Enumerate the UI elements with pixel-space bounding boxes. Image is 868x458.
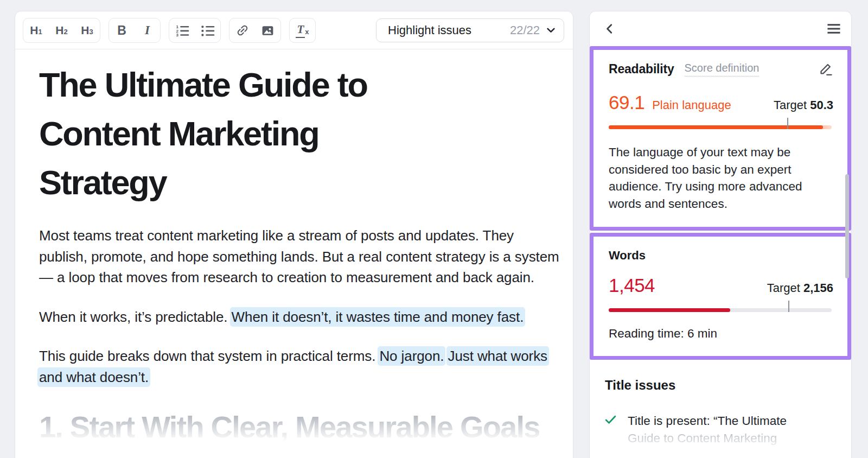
h2-button[interactable]: H2 (49, 18, 74, 42)
hamburger-icon (827, 23, 841, 34)
document-editor[interactable]: The Ultimate Guide toContent MarketingSt… (15, 49, 573, 444)
highlight-issues-label: Highlight issues (388, 23, 471, 37)
assistant-sidebar: Readability Score definition 69.1 Plain … (589, 11, 852, 458)
title-issues-heading: Title issues (605, 378, 835, 393)
chevron-down-icon (547, 28, 555, 33)
readability-progress-bar (609, 125, 832, 129)
title-issue-item: Title is present: “The UltimateGuide to … (605, 412, 835, 447)
link-button[interactable] (229, 18, 255, 42)
link-icon (235, 23, 250, 37)
title-issues-section: Title issues Title is present: “The Ulti… (590, 360, 851, 447)
menu-button[interactable] (827, 23, 841, 34)
readability-card: Readability Score definition 69.1 Plain … (590, 46, 851, 231)
words-card: Words 1,454 Target 2,156 Reading time: 6… (590, 233, 851, 360)
document-paragraph: When it works, it’s predictable. When it… (39, 307, 565, 328)
image-button[interactable] (255, 18, 280, 42)
document-title: The Ultimate Guide toContent MarketingSt… (39, 60, 565, 207)
words-heading: Words (609, 249, 833, 263)
words-progress-bar (609, 308, 832, 312)
bullet-list-icon (201, 24, 215, 37)
h3-button[interactable]: H3 (74, 18, 100, 42)
document-body: Most teams treat content marketing like … (39, 225, 565, 387)
clipped-section-heading: 1. Start With Clear, Measurable Goals (39, 409, 565, 444)
sidebar-header (590, 11, 851, 46)
score-definition-link[interactable]: Score definition (685, 62, 760, 77)
ordered-list-button[interactable]: 123 (169, 18, 195, 42)
pencil-icon (819, 62, 833, 77)
readability-heading: Readability (609, 62, 674, 77)
scrollbar-thumb[interactable] (845, 174, 849, 278)
document-paragraph: Most teams treat content marketing like … (39, 225, 565, 288)
italic-button[interactable]: I (135, 18, 160, 42)
heading-buttons-group: H1 H2 H3 (23, 18, 100, 43)
text-style-group: B I (108, 18, 161, 43)
insert-buttons-group (229, 18, 281, 43)
list-buttons-group: 123 (169, 18, 221, 43)
readability-target-tick (787, 118, 788, 129)
image-icon (261, 24, 275, 37)
h1-button[interactable]: H1 (23, 18, 49, 42)
highlight-issues-count: 22/22 (510, 23, 540, 37)
readability-target: Target 50.3 (774, 98, 833, 112)
readability-progress-fill (609, 125, 823, 129)
issue-highlight: No jargon. (379, 348, 444, 364)
clear-format-group: Tx (289, 18, 316, 43)
chevron-left-icon (604, 23, 616, 35)
clear-formatting-icon: T (296, 23, 305, 38)
readability-description: The language of your text may be conside… (609, 144, 828, 212)
readability-score: 69.1 (609, 92, 644, 113)
edit-target-button[interactable] (819, 62, 833, 77)
readability-score-label: Plain language (652, 98, 731, 112)
reading-time: Reading time: 6 min (609, 327, 833, 341)
words-progress-fill (609, 308, 730, 312)
words-target-tick (788, 301, 789, 312)
bullet-list-button[interactable] (195, 18, 220, 42)
check-icon (605, 412, 616, 447)
clear-formatting-button[interactable]: Tx (290, 18, 315, 42)
ordered-list-icon: 123 (175, 24, 189, 37)
document-paragraph: This guide breaks down that system in pr… (39, 346, 565, 387)
words-target: Target 2,156 (767, 281, 833, 295)
title-issue-text: Title is present: “The UltimateGuide to … (628, 412, 787, 447)
words-count: 1,454 (609, 275, 655, 296)
issue-highlight: When it doesn’t, it wastes time and mone… (232, 309, 524, 325)
editor-toolbar: H1 H2 H3 B I 123 Tx (15, 11, 573, 49)
highlight-issues-dropdown[interactable]: Highlight issues 22/22 (376, 18, 564, 42)
bold-button[interactable]: B (109, 18, 135, 42)
svg-text:3: 3 (176, 33, 178, 37)
editor-panel: H1 H2 H3 B I 123 Tx (15, 11, 573, 458)
back-button[interactable] (604, 23, 616, 35)
